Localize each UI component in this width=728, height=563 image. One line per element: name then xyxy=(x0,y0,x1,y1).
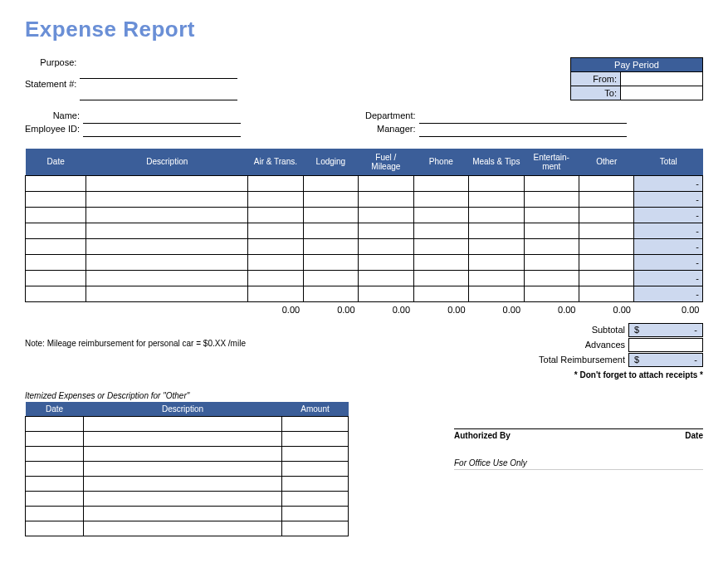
table-cell[interactable] xyxy=(359,238,413,254)
table-cell[interactable] xyxy=(26,175,86,191)
table-cell[interactable] xyxy=(579,207,633,223)
table-cell[interactable] xyxy=(282,492,349,507)
table-cell[interactable] xyxy=(84,507,282,521)
table-cell[interactable] xyxy=(303,191,358,207)
table-cell[interactable] xyxy=(413,270,468,286)
table-cell[interactable] xyxy=(86,286,248,301)
table-cell[interactable] xyxy=(524,175,579,191)
table-cell[interactable] xyxy=(469,270,524,286)
table-cell[interactable] xyxy=(524,254,579,270)
table-cell[interactable] xyxy=(26,254,86,270)
pay-from-field[interactable] xyxy=(620,72,703,86)
table-cell[interactable] xyxy=(524,286,579,301)
table-cell[interactable] xyxy=(282,521,349,536)
table-cell[interactable] xyxy=(84,521,282,536)
table-cell[interactable] xyxy=(579,254,633,270)
table-cell[interactable] xyxy=(282,417,349,432)
table-cell[interactable] xyxy=(524,223,579,238)
table-cell[interactable] xyxy=(579,270,633,286)
table-cell[interactable] xyxy=(469,175,524,191)
table-cell[interactable] xyxy=(579,223,633,238)
table-cell[interactable] xyxy=(84,447,282,462)
table-cell[interactable] xyxy=(413,175,468,191)
table-cell[interactable] xyxy=(469,207,524,223)
table-cell[interactable] xyxy=(579,238,633,254)
table-cell[interactable] xyxy=(359,286,413,301)
table-cell[interactable] xyxy=(282,432,349,447)
employee-id-field[interactable] xyxy=(83,124,241,137)
table-cell[interactable] xyxy=(248,238,303,254)
table-cell[interactable] xyxy=(26,207,86,223)
table-cell[interactable] xyxy=(282,462,349,477)
table-cell[interactable] xyxy=(413,254,468,270)
table-cell[interactable] xyxy=(469,191,524,207)
table-cell[interactable] xyxy=(248,207,303,223)
table-cell[interactable] xyxy=(579,286,633,301)
purpose-field[interactable] xyxy=(80,57,237,79)
advances-field[interactable] xyxy=(628,338,703,352)
table-cell[interactable] xyxy=(303,175,358,191)
table-cell[interactable] xyxy=(303,254,358,270)
table-cell[interactable] xyxy=(282,447,349,462)
table-cell[interactable] xyxy=(282,477,349,492)
table-cell[interactable] xyxy=(248,191,303,207)
table-cell[interactable] xyxy=(26,477,84,492)
table-cell[interactable] xyxy=(579,175,633,191)
table-cell[interactable] xyxy=(413,191,468,207)
table-cell[interactable] xyxy=(524,270,579,286)
table-cell[interactable] xyxy=(86,238,248,254)
table-cell[interactable] xyxy=(26,492,84,507)
table-cell[interactable] xyxy=(303,223,358,238)
department-field[interactable] xyxy=(419,110,627,124)
table-cell[interactable] xyxy=(413,207,468,223)
table-cell[interactable] xyxy=(84,432,282,447)
table-cell[interactable] xyxy=(359,207,413,223)
table-cell[interactable] xyxy=(84,462,282,477)
table-cell[interactable] xyxy=(26,447,84,462)
manager-field[interactable] xyxy=(419,124,627,137)
table-cell[interactable] xyxy=(26,462,84,477)
table-cell[interactable] xyxy=(26,417,84,432)
table-cell[interactable] xyxy=(524,207,579,223)
table-cell[interactable] xyxy=(413,223,468,238)
table-cell[interactable] xyxy=(26,238,86,254)
table-cell[interactable] xyxy=(84,492,282,507)
name-field[interactable] xyxy=(83,110,241,124)
table-cell[interactable] xyxy=(26,286,86,301)
table-cell[interactable] xyxy=(469,254,524,270)
table-cell[interactable] xyxy=(579,191,633,207)
table-cell[interactable] xyxy=(282,507,349,521)
table-cell[interactable] xyxy=(26,223,86,238)
table-cell[interactable] xyxy=(26,270,86,286)
table-cell[interactable] xyxy=(524,191,579,207)
table-cell[interactable] xyxy=(84,477,282,492)
table-cell[interactable] xyxy=(86,270,248,286)
table-cell[interactable] xyxy=(469,238,524,254)
table-cell[interactable] xyxy=(303,238,358,254)
table-cell[interactable] xyxy=(26,507,84,521)
table-cell[interactable] xyxy=(86,254,248,270)
table-cell[interactable] xyxy=(248,270,303,286)
table-cell[interactable] xyxy=(359,175,413,191)
table-cell[interactable] xyxy=(248,254,303,270)
table-cell[interactable] xyxy=(26,191,86,207)
table-cell[interactable] xyxy=(359,254,413,270)
table-cell[interactable] xyxy=(413,238,468,254)
table-cell[interactable] xyxy=(26,521,84,536)
table-cell[interactable] xyxy=(86,175,248,191)
table-cell[interactable] xyxy=(303,207,358,223)
table-cell[interactable] xyxy=(26,432,84,447)
table-cell[interactable] xyxy=(469,286,524,301)
table-cell[interactable] xyxy=(359,223,413,238)
table-cell[interactable] xyxy=(248,175,303,191)
table-cell[interactable] xyxy=(248,286,303,301)
table-cell[interactable] xyxy=(248,223,303,238)
table-cell[interactable] xyxy=(469,223,524,238)
statement-field[interactable] xyxy=(80,79,237,100)
table-cell[interactable] xyxy=(303,286,358,301)
table-cell[interactable] xyxy=(524,238,579,254)
table-cell[interactable] xyxy=(86,223,248,238)
table-cell[interactable] xyxy=(359,270,413,286)
table-cell[interactable] xyxy=(84,417,282,432)
table-cell[interactable] xyxy=(86,207,248,223)
